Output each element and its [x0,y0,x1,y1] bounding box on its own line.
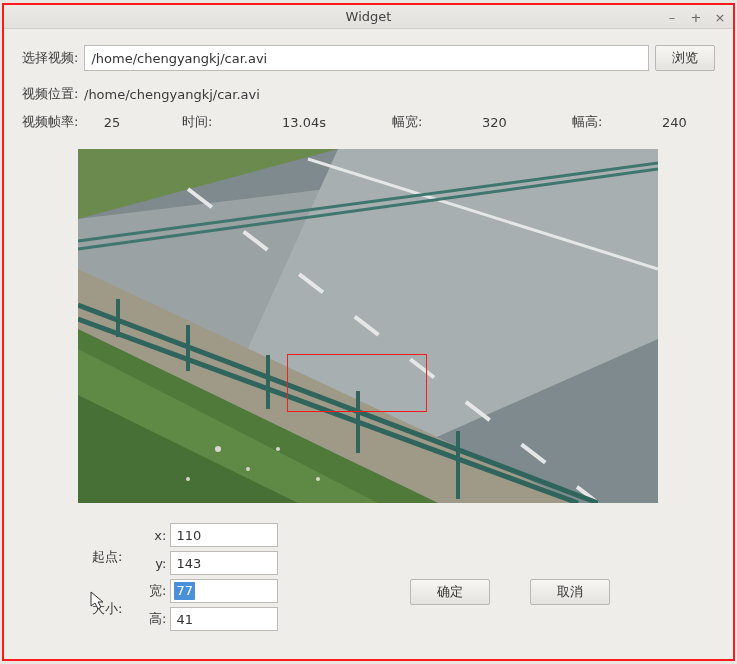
select-video-row: 选择视频: 浏览 [22,45,715,71]
fps-value: 25 [82,115,142,130]
svg-point-23 [316,477,320,481]
h-label: 高: [142,610,166,628]
video-location-row: 视频位置: /home/chengyangkj/car.avi [22,85,715,103]
svg-point-19 [215,446,221,452]
cancel-button[interactable]: 取消 [530,579,610,605]
svg-point-22 [276,447,280,451]
video-metrics-row: 视频帧率: 25 时间: 13.04s 幅宽: 320 幅高: 240 [22,113,715,131]
roi-controls: 起点: 大小: x: y: 宽: 77 高: 确定 取消 [92,523,715,631]
action-buttons: 确定 取消 [410,579,610,605]
browse-button[interactable]: 浏览 [655,45,715,71]
x-input[interactable] [170,523,278,547]
video-path-input[interactable] [84,45,649,71]
video-location-value: /home/chengyangkj/car.avi [84,87,260,102]
video-location-label: 视频位置: [22,85,82,103]
video-frame-svg [78,149,658,503]
fps-label: 视频帧率: [22,113,82,131]
w-input-wrap: 77 [170,579,278,603]
height-label: 幅高: [572,113,612,131]
y-input[interactable] [170,551,278,575]
svg-point-20 [246,467,250,471]
app-window: Widget – + × 选择视频: 浏览 视频位置: /home/chengy… [2,3,735,661]
roi-side-labels: 起点: 大小: [92,548,122,618]
close-button[interactable]: × [713,10,727,24]
video-preview[interactable] [78,149,658,503]
client-area: 选择视频: 浏览 视频位置: /home/chengyangkj/car.avi… [4,29,733,659]
w-label: 宽: [142,582,166,600]
window-title: Widget [346,9,392,24]
svg-point-21 [186,477,190,481]
roi-fields-grid: x: y: 宽: 77 高: [142,523,280,631]
height-value: 240 [662,115,702,130]
y-label: y: [142,556,166,571]
x-label: x: [142,528,166,543]
window-controls: – + × [665,5,727,29]
w-input-selection: 77 [174,582,195,600]
time-label: 时间: [182,113,222,131]
start-point-label: 起点: [92,548,122,566]
roi-rectangle[interactable] [287,354,427,412]
width-label: 幅宽: [392,113,432,131]
h-input[interactable] [170,607,278,631]
width-value: 320 [482,115,532,130]
size-label: 大小: [92,600,122,618]
titlebar[interactable]: Widget – + × [4,5,733,29]
time-value: 13.04s [282,115,342,130]
select-video-label: 选择视频: [22,49,78,67]
ok-button[interactable]: 确定 [410,579,490,605]
minimize-button[interactable]: – [665,10,679,24]
maximize-button[interactable]: + [689,10,703,24]
